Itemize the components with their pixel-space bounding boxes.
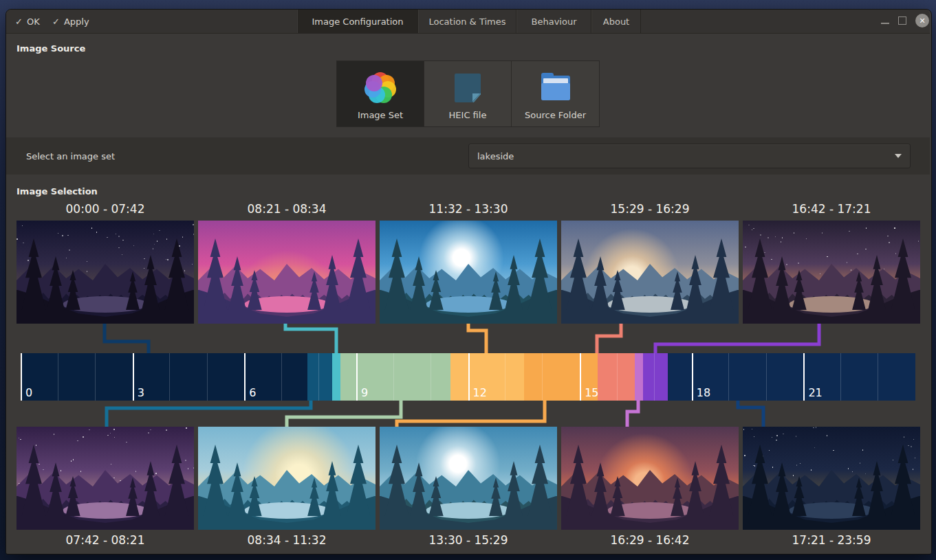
timeline-segment[interactable] [307, 353, 331, 401]
timeline-major-tick [803, 353, 805, 401]
time-range-label: 00:00 - 07:42 [17, 202, 194, 216]
source-folder-option-label: Source Folder [525, 110, 586, 120]
timeline-segment[interactable] [450, 353, 524, 401]
star [91, 227, 93, 229]
wallpaper-thumbnail[interactable] [380, 221, 557, 324]
star [182, 236, 184, 238]
star [155, 473, 157, 474]
minimize-icon[interactable] [881, 23, 889, 24]
star [107, 237, 108, 238]
star [159, 230, 160, 232]
timeline-hour-tick [728, 353, 729, 401]
timeline-hour-label: 9 [361, 386, 368, 399]
timeline-hour-tick [505, 353, 505, 401]
wallpaper-thumbnail[interactable] [743, 427, 920, 530]
timeline-major-tick [133, 353, 134, 401]
image-set-dropdown[interactable]: lakeside [468, 144, 911, 168]
source-folder-option[interactable]: Source Folder [512, 61, 599, 126]
star [114, 437, 116, 438]
close-icon[interactable]: ✕ [915, 14, 929, 27]
star [192, 264, 193, 265]
heic-file-option[interactable]: HEIC file [424, 61, 512, 126]
timeline-hour-label: 18 [697, 386, 710, 399]
star [43, 469, 44, 471]
wallpaper-thumbnail[interactable] [198, 427, 376, 530]
image-set-dropdown-value: lakeside [477, 151, 514, 161]
timeline-segment[interactable] [332, 353, 340, 401]
star [193, 234, 194, 235]
star [36, 445, 37, 446]
star [54, 434, 55, 435]
desktop: { "window": { "titlebar": { "check_glyph… [0, 0, 936, 560]
wallpaper-thumbnail[interactable] [743, 221, 920, 324]
ok-button[interactable]: ✓ OK [15, 10, 40, 33]
star [179, 245, 180, 247]
star [913, 469, 914, 470]
timeline-hour-tick [318, 353, 319, 401]
star [796, 436, 797, 437]
time-range-label: 11:32 - 13:30 [380, 202, 557, 216]
star [894, 227, 895, 229]
image-set-picker-label: Select an image set [26, 151, 115, 161]
timeline-segment[interactable] [643, 353, 667, 401]
wallpaper-thumbnail[interactable] [380, 427, 557, 530]
time-range-label: 08:34 - 11:32 [198, 533, 376, 547]
star [827, 256, 828, 258]
star [118, 247, 120, 249]
star [23, 243, 24, 244]
timeline-hour-label: 21 [808, 386, 822, 399]
star [786, 264, 787, 265]
timeline-major-tick [580, 353, 581, 401]
heic-file-option-label: HEIC file [449, 110, 487, 120]
star [794, 232, 795, 234]
tab-location-times[interactable]: Location & Times [418, 10, 516, 33]
timeline-hour-tick [58, 353, 58, 401]
window-controls: ✕ [881, 14, 929, 27]
timeline-hour-label: 12 [473, 386, 487, 399]
star [893, 460, 894, 461]
star [744, 455, 745, 456]
star [798, 262, 799, 264]
star [827, 435, 828, 436]
time-range-label: 16:42 - 17:21 [743, 202, 920, 216]
maximize-icon[interactable] [898, 16, 906, 25]
star [193, 467, 194, 469]
tab-behaviour[interactable]: Behaviour [516, 10, 591, 33]
timeline-hour-tick [878, 353, 878, 401]
wallpaper-thumbnail[interactable] [17, 221, 194, 324]
star [87, 271, 88, 272]
time-range-label: 07:42 - 08:21 [17, 533, 194, 547]
timeline-hour-label: 3 [138, 386, 144, 399]
star [184, 270, 186, 271]
timeline-bar[interactable]: 036912151821 [21, 353, 915, 401]
timeline-hour-tick [281, 353, 282, 401]
star [118, 236, 120, 237]
star [148, 432, 149, 434]
star [166, 429, 167, 431]
star [857, 254, 858, 255]
star [17, 238, 18, 240]
timeline-hour-tick [766, 353, 767, 401]
wallpaper-thumbnail[interactable] [17, 427, 194, 530]
wallpaper-thumbnail[interactable] [198, 221, 376, 324]
timeline-hour-label: 0 [25, 386, 32, 399]
wallpaper-thumbnail[interactable] [561, 221, 739, 324]
time-range-label: 16:29 - 16:42 [561, 533, 739, 547]
timeline-hour-label: 6 [249, 386, 256, 399]
check-icon: ✓ [52, 16, 60, 27]
wallpaper-thumbnail[interactable] [561, 427, 739, 530]
star [144, 258, 145, 260]
timeline-segment[interactable] [21, 353, 307, 401]
apply-button[interactable]: ✓ Apply [52, 10, 89, 33]
tab-about[interactable]: About [591, 10, 641, 33]
image-set-option[interactable]: Image Set [337, 61, 424, 126]
timeline-hour-label: 15 [585, 386, 598, 399]
time-range-label: 13:30 - 15:29 [380, 533, 557, 547]
star [776, 435, 778, 436]
tab-image-configuration[interactable]: Image Configuration [297, 10, 418, 33]
timeline-hour-tick [542, 353, 543, 401]
time-range-label: 08:21 - 08:34 [198, 202, 376, 216]
image-set-icon [364, 71, 397, 104]
check-icon: ✓ [15, 16, 23, 27]
timeline-segment[interactable] [635, 353, 643, 401]
